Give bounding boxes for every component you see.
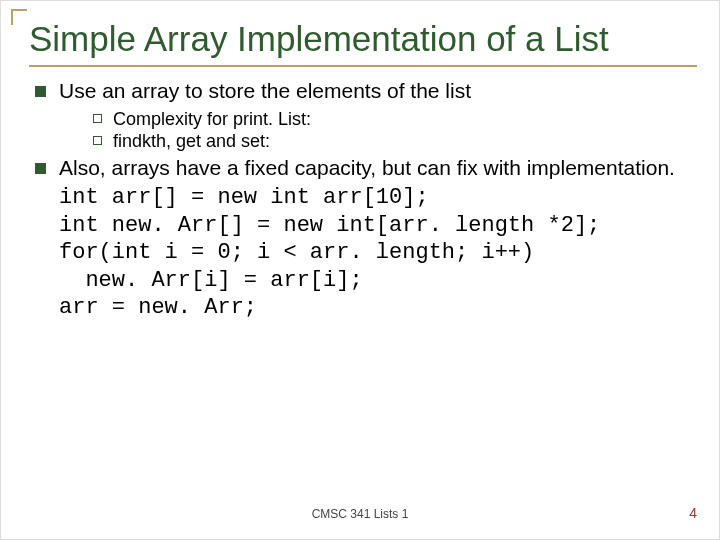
page-number: 4 [689,505,697,521]
square-bullet-icon [35,163,46,174]
sub-list-item: findkth, get and set: [93,131,697,152]
list-item: Use an array to store the elements of th… [35,79,697,152]
footer-center: CMSC 341 Lists 1 [1,507,719,521]
bullet-list: Use an array to store the elements of th… [29,79,697,180]
list-item: Also, arrays have a fixed capacity, but … [35,156,697,180]
square-bullet-icon [35,86,46,97]
list-item-text: Use an array to store the elements of th… [59,79,471,102]
sub-list-item: Complexity for print. List: [93,109,697,130]
hollow-square-bullet-icon [93,114,102,123]
sub-list-item-text: findkth, get and set: [113,131,270,151]
sub-list: Complexity for print. List: findkth, get… [59,109,697,152]
list-item-text: Also, arrays have a fixed capacity, but … [59,156,675,179]
code-block: int arr[] = new int arr[10]; int new. Ar… [29,184,697,322]
content-area: Use an array to store the elements of th… [29,79,697,322]
slide: Simple Array Implementation of a List Us… [0,0,720,540]
sub-list-item-text: Complexity for print. List: [113,109,311,129]
hollow-square-bullet-icon [93,136,102,145]
page-title: Simple Array Implementation of a List [29,19,697,67]
